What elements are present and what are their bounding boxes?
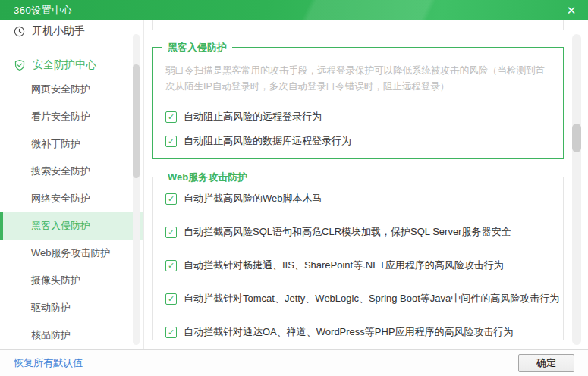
clock-icon [14,26,25,37]
sidebar-item-network-security[interactable]: 网络安全防护 [0,185,143,212]
section-description: 弱口令扫描是黑客常用的攻击手段，远程登录保护可以降低系统被攻击的风险（当检测到首… [165,63,551,95]
ok-button[interactable]: 确定 [518,354,574,372]
checkbox-label: 自动拦截针对Tomcat、Jetty、WebLogic、Spring Boot等… [184,292,559,306]
content-scrollbar-thumb[interactable] [572,124,581,152]
checkbox-row: ✓ 自动阻止高风险的远程登录行为 [165,110,563,124]
sidebar-item-label: 网络安全防护 [31,192,90,205]
checkbox-row: ✓ 自动阻止高风险的数据库远程登录行为 [165,134,563,148]
checkbox-check-icon: ✓ [168,137,175,146]
checkbox-check-icon: ✓ [168,113,175,121]
checkbox-check-icon: ✓ [168,328,175,337]
sidebar-item-boot-assistant[interactable]: 开机小助手 [0,20,143,42]
sidebar-scrollbar-track[interactable] [133,34,140,345]
checkbox-label: 自动拦截高风险SQL语句和高危CLR模块加载，保护SQL Server服务器安全 [184,225,511,239]
checkbox-check-icon: ✓ [168,295,175,303]
sidebar-item-label: 核晶防护 [31,328,71,342]
section-hacker-intrusion: 黑客入侵防护 弱口令扫描是黑客常用的攻击手段，远程登录保护可以降低系统被攻击的风… [152,47,564,159]
sidebar-item-label: 看片安全防护 [31,110,90,124]
checkbox-row: ✓ 自动拦截针对通达OA、禅道、WordPress等PHP应用程序的高风险攻击行… [165,325,563,339]
checkbox-check-icon: ✓ [168,195,175,203]
checkbox-block-php-attack[interactable]: ✓ [165,327,177,338]
checkbox-check-icon: ✓ [168,262,175,270]
main-content: 黑客入侵防护 弱口令扫描是黑客常用的攻击手段，远程登录保护可以降低系统被攻击的风… [144,20,588,349]
checkbox-row: ✓ 自动拦截高风险的Web脚本木马 [165,192,563,205]
previous-section-box-partial [152,20,564,30]
footer-bar: 恢复所有默认值 确定 [0,349,588,376]
checkbox-label: 自动阻止高风险的远程登录行为 [184,110,322,124]
checkbox-label: 自动拦截针对畅捷通、IIS、SharePoint等.NET应用程序的高风险攻击行… [184,258,504,272]
sidebar-item-search-security[interactable]: 搜索安全防护 [0,158,143,185]
sidebar-item-label: 网页安全防护 [31,83,90,96]
checkbox-block-dotnet-attack[interactable]: ✓ [165,260,177,271]
sidebar-item-label: 驱动防护 [31,301,71,315]
shield-check-icon [14,59,26,71]
sidebar-item-web-service-attack[interactable]: Web服务攻击防护 [0,240,143,267]
sidebar-item-micro-patch[interactable]: 微补丁防护 [0,130,143,158]
checkbox-block-web-trojan[interactable]: ✓ [165,193,177,205]
sidebar-scrollbar-thumb[interactable] [133,64,140,178]
sidebar: 开机小助手 安全防护中心 网页安全防护 看片安全防护 微补丁防护 搜索安全防护 [0,20,144,349]
settings-window: 360设置中心 ✕ 开机小助手 安全防护中心 网页安全防护 [0,0,588,376]
checkbox-check-icon: ✓ [168,228,175,237]
checkbox-block-sql-clr[interactable]: ✓ [165,227,177,238]
content-scrollbar-track[interactable] [572,34,581,345]
sidebar-item-camera-protection[interactable]: 摄像头防护 [0,267,143,294]
checkbox-label: 自动拦截针对通达OA、禅道、WordPress等PHP应用程序的高风险攻击行为 [184,325,514,339]
checkbox-label: 自动阻止高风险的数据库远程登录行为 [184,134,351,148]
restore-defaults-link[interactable]: 恢复所有默认值 [14,356,83,370]
checkbox-block-remote-login[interactable]: ✓ [165,111,177,123]
sidebar-item-label: 摄像头防护 [31,274,80,287]
checkbox-block-java-attack[interactable]: ✓ [165,293,177,305]
sidebar-item-label: Web服务攻击防护 [31,246,111,260]
window-body: 开机小助手 安全防护中心 网页安全防护 看片安全防护 微补丁防护 搜索安全防护 [0,20,588,349]
section-title: Web服务攻击防护 [162,171,253,184]
sidebar-item-label: 微补丁防护 [31,137,80,151]
sidebar-item-label: 开机小助手 [32,24,85,38]
sidebar-item-kernel-protection[interactable]: 核晶防护 [0,321,143,349]
checkbox-block-db-remote-login[interactable]: ✓ [165,136,177,147]
checkbox-row: ✓ 自动拦截高风险SQL语句和高危CLR模块加载，保护SQL Server服务器… [165,225,563,239]
checkbox-label: 自动拦截高风险的Web脚本木马 [184,192,322,205]
close-icon: ✕ [567,4,577,17]
close-button[interactable]: ✕ [559,0,583,20]
sidebar-item-hacker-intrusion[interactable]: 黑客入侵防护 [0,212,143,240]
sidebar-item-web-security[interactable]: 网页安全防护 [0,76,143,103]
ok-button-label: 确定 [536,356,556,370]
sidebar-item-label: 搜索安全防护 [31,164,90,178]
sidebar-item-label: 安全防护中心 [33,58,96,72]
titlebar: 360设置中心 ✕ [0,0,588,20]
checkbox-row: ✓ 自动拦截针对Tomcat、Jetty、WebLogic、Spring Boo… [165,292,563,306]
section-web-service-attack: Web服务攻击防护 ✓ 自动拦截高风险的Web脚本木马 ✓ 自动拦截高风险SQL… [152,177,564,340]
sidebar-item-driver-protection[interactable]: 驱动防护 [0,294,143,321]
sidebar-item-label: 黑客入侵防护 [31,219,90,233]
sidebar-item-video-security[interactable]: 看片安全防护 [0,103,143,130]
checkbox-row: ✓ 自动拦截针对畅捷通、IIS、SharePoint等.NET应用程序的高风险攻… [165,258,563,272]
window-title: 360设置中心 [14,4,72,17]
section-title: 黑客入侵防护 [162,41,232,55]
sidebar-item-security-center[interactable]: 安全防护中心 [0,55,143,76]
